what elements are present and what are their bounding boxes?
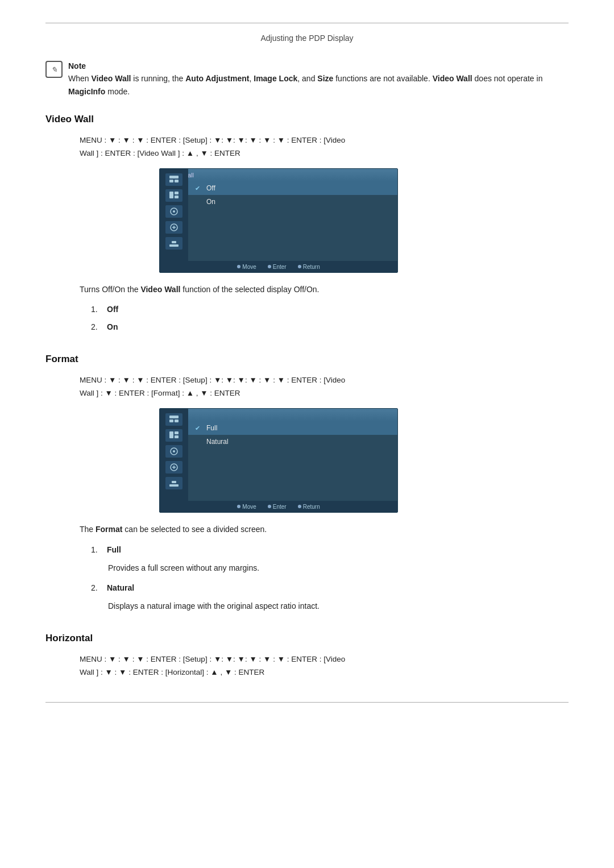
footer-move-label: Move	[242, 264, 256, 270]
ui-menu-off: ✔ Off	[188, 181, 397, 195]
svg-rect-1	[169, 180, 173, 182]
note-label: Note	[68, 61, 86, 70]
format-sidebar-icon-4	[165, 461, 182, 474]
format-ui-header: Format	[160, 409, 397, 421]
format-sidebar-icon-1	[165, 413, 182, 426]
video-wall-description: Turns Off/On the Video Wall function of …	[80, 283, 569, 296]
page-header: Adjusting the PDP Display	[45, 34, 569, 43]
video-wall-title: Video Wall	[45, 114, 569, 125]
ui-sidebar	[160, 169, 188, 272]
vw-num-2: 2.	[91, 321, 102, 333]
format-ui-footer: Move Enter Return	[160, 501, 397, 512]
format-list-1: 1. Full	[91, 544, 569, 556]
off-checkmark: ✔	[195, 185, 203, 192]
format-menu-natural: Natural	[188, 435, 397, 448]
footer-enter: Enter	[268, 264, 287, 270]
svg-rect-4	[175, 192, 179, 194]
svg-rect-3	[169, 192, 173, 198]
format-footer-move-label: Move	[242, 504, 256, 510]
sidebar-icon-4	[165, 221, 182, 234]
footer-dot-3	[298, 265, 301, 268]
ui-footer: Move Enter Return	[160, 261, 397, 272]
format-sidebar-icon-2	[165, 429, 182, 442]
svg-rect-15	[175, 431, 179, 434]
format-label-natural: Natural	[107, 582, 134, 594]
format-num-2: 2.	[91, 582, 102, 594]
svg-rect-14	[169, 431, 173, 438]
format-footer-enter-label: Enter	[273, 504, 287, 510]
natural-label: Natural	[206, 438, 229, 446]
format-sidebar	[160, 409, 188, 512]
sidebar-icon-3	[165, 205, 182, 218]
vw-list-2: 2. On	[91, 321, 569, 333]
format-footer-enter: Enter	[268, 504, 287, 510]
svg-rect-12	[169, 420, 173, 422]
format-label-full: Full	[107, 544, 121, 556]
horizontal-menu-path: MENU : ▼ : ▼ : ▼ : ENTER : [Setup] : ▼: …	[80, 653, 569, 679]
svg-rect-2	[175, 180, 179, 182]
page-container: Adjusting the PDP Display ✎ Note When Vi…	[0, 0, 614, 737]
video-wall-menu-path: MENU : ▼ : ▼ : ▼ : ENTER : [Setup] : ▼: …	[80, 134, 569, 160]
format-full-desc: Provides a full screen without any margi…	[108, 562, 569, 574]
footer-move: Move	[237, 264, 256, 270]
format-list-2: 2. Natural	[91, 582, 569, 594]
vw-label-on: On	[107, 321, 118, 333]
format-footer-return: Return	[298, 504, 320, 510]
footer-return-label: Return	[303, 264, 320, 270]
svg-rect-10	[172, 241, 176, 243]
full-checkmark: ✔	[195, 425, 203, 432]
format-description: The Format can be selected to see a divi…	[80, 523, 569, 535]
note-icon: ✎	[45, 61, 63, 78]
footer-dot-1	[237, 265, 240, 268]
format-sidebar-icon-5	[165, 477, 182, 489]
format-footer-return-label: Return	[303, 504, 320, 510]
vw-num-1: 1.	[91, 304, 102, 315]
svg-rect-11	[169, 416, 179, 418]
format-footer-move: Move	[237, 504, 256, 510]
on-label: On	[206, 198, 215, 206]
svg-rect-5	[175, 196, 179, 198]
svg-rect-0	[169, 176, 179, 178]
svg-rect-9	[169, 244, 179, 247]
top-rule	[45, 23, 569, 23]
horizontal-title: Horizontal	[45, 633, 569, 644]
format-footer-dot-1	[237, 505, 240, 508]
video-wall-ui-screenshot: Video Wall	[159, 168, 398, 273]
format-menu-path: MENU : ▼ : ▼ : ▼ : ENTER : [Setup] : ▼: …	[80, 374, 569, 400]
format-ui-content: ✔ Full Natural	[188, 421, 397, 501]
vw-label-off: Off	[107, 304, 118, 315]
footer-return: Return	[298, 264, 320, 270]
vw-list-1: 1. Off	[91, 304, 569, 315]
svg-point-7	[173, 210, 175, 213]
format-menu-full: ✔ Full	[188, 421, 397, 435]
footer-enter-label: Enter	[273, 264, 287, 270]
sidebar-icon-5	[165, 237, 182, 250]
format-footer-dot-2	[268, 505, 271, 508]
format-footer-dot-3	[298, 505, 301, 508]
ui-menu-on: On	[188, 195, 397, 209]
footer-dot-2	[268, 265, 271, 268]
sidebar-icon-2	[165, 189, 182, 202]
note-box: ✎ Note When Video Wall is running, the A…	[45, 60, 569, 98]
svg-rect-20	[169, 484, 179, 487]
note-text: Note When Video Wall is running, the Aut…	[68, 60, 569, 98]
ui-content: ✔ Off On	[188, 181, 397, 261]
full-label: Full	[206, 424, 217, 432]
format-title: Format	[45, 354, 569, 365]
format-natural-desc: Displays a natural image with the origin…	[108, 600, 569, 612]
video-wall-section: Video Wall MENU : ▼ : ▼ : ▼ : ENTER : [S…	[45, 114, 569, 333]
ui-header: Video Wall	[160, 169, 397, 181]
svg-rect-21	[172, 481, 176, 483]
format-sidebar-icon-3	[165, 445, 182, 458]
ui-body: ✔ Off On	[160, 181, 397, 261]
bottom-rule	[45, 702, 569, 703]
format-ui-screenshot: Format	[159, 408, 398, 513]
horizontal-section: Horizontal MENU : ▼ : ▼ : ▼ : ENTER : [S…	[45, 633, 569, 679]
format-ui-body: ✔ Full Natural	[160, 421, 397, 501]
off-label: Off	[206, 184, 215, 192]
svg-rect-16	[175, 435, 179, 438]
svg-point-18	[173, 450, 175, 452]
sidebar-icon-1	[165, 173, 182, 186]
format-num-1: 1.	[91, 544, 102, 556]
format-section: Format MENU : ▼ : ▼ : ▼ : ENTER : [Setup…	[45, 354, 569, 612]
